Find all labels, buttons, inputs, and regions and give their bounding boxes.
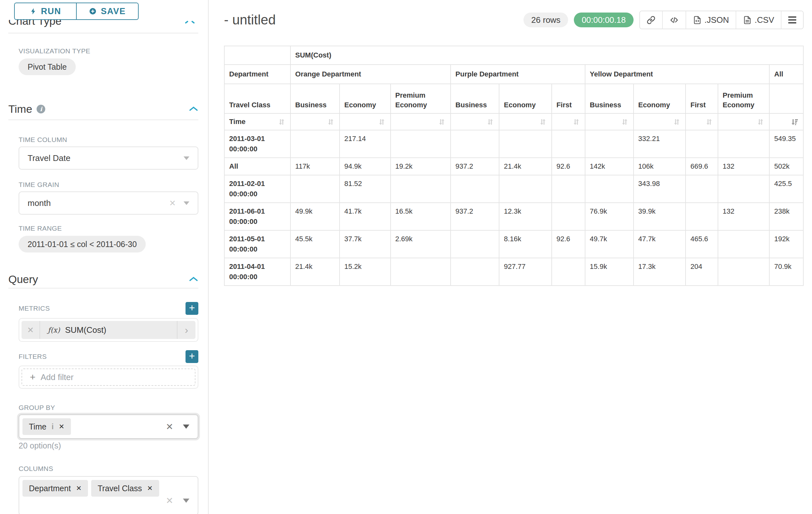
sort-button[interactable] xyxy=(756,118,764,126)
query-section-collapse-button[interactable] xyxy=(189,276,198,282)
pivot-value-cell xyxy=(390,175,451,203)
columns-tag[interactable]: Travel Class✕ xyxy=(91,480,159,497)
clear-icon[interactable]: ✕ xyxy=(169,198,176,208)
info-icon: i xyxy=(52,423,54,431)
chevron-down-icon[interactable] xyxy=(183,201,190,205)
sort-button[interactable] xyxy=(673,118,681,126)
sort-icon xyxy=(539,118,547,126)
pivot-value-cell: 192k xyxy=(769,230,803,258)
export-json-button[interactable]: .JSON xyxy=(686,11,736,29)
sort-button[interactable] xyxy=(539,118,547,126)
sort-button[interactable] xyxy=(278,118,286,126)
department-group-header: All xyxy=(769,64,803,84)
lightning-bolt-icon xyxy=(30,7,37,16)
pivot-value-cell xyxy=(499,175,552,203)
time-grain-select[interactable]: month ✕ xyxy=(19,191,198,215)
columns-select[interactable]: Department✕Travel Class✕ ✕ xyxy=(19,476,198,514)
group-by-tag-label: Time xyxy=(29,422,47,431)
sort-icon xyxy=(327,118,335,126)
sort-button[interactable] xyxy=(486,118,494,126)
pivot-value-cell: 142k xyxy=(585,158,634,175)
share-link-button[interactable] xyxy=(640,11,662,29)
pivot-value-cell: 502k xyxy=(769,158,803,175)
pivot-value-cell: 425.5 xyxy=(769,175,803,203)
group-by-select[interactable]: Timei✕ ✕ xyxy=(19,414,198,439)
chevron-down-icon[interactable] xyxy=(183,425,190,429)
sort-button[interactable] xyxy=(790,118,799,126)
time-dimension-header: Time xyxy=(224,113,290,130)
pivot-value-cell: 92.6 xyxy=(552,230,585,258)
sort-icon xyxy=(278,118,286,126)
add-filter-plus-button[interactable]: + xyxy=(185,350,198,363)
chevron-right-icon[interactable]: › xyxy=(177,321,196,339)
time-column-select[interactable]: Travel Date xyxy=(19,146,198,170)
table-row: All117k94.9k19.2k937.221.4k92.6142k106k6… xyxy=(224,158,803,175)
remove-tag-icon[interactable]: ✕ xyxy=(59,423,64,431)
save-button[interactable]: SAVE xyxy=(77,3,138,19)
pivot-value-cell xyxy=(585,175,634,203)
remove-tag-icon[interactable]: ✕ xyxy=(76,484,82,492)
travel-class-header: Economy xyxy=(499,84,552,113)
pivot-value-cell: 217.14 xyxy=(340,130,390,158)
chart-title[interactable]: - untitled xyxy=(224,12,276,28)
group-by-tag[interactable]: Timei✕ xyxy=(23,418,71,435)
time-range-pill[interactable]: 2011-01-01 ≤ col < 2011-06-30 xyxy=(19,236,146,252)
department-group-header: Yellow Department xyxy=(585,64,770,84)
pivot-value-cell xyxy=(552,258,585,286)
pivot-corner-cell xyxy=(224,46,290,64)
pivot-value-cell xyxy=(718,130,770,158)
section-divider xyxy=(8,119,198,120)
sort-button[interactable] xyxy=(327,118,335,126)
sort-descending-icon xyxy=(790,118,799,126)
chevron-down-icon[interactable] xyxy=(183,498,190,503)
sort-header-cell xyxy=(390,113,451,130)
pivot-value-cell xyxy=(585,130,634,158)
chevron-down-icon[interactable] xyxy=(183,157,190,160)
json-file-icon xyxy=(693,16,702,24)
remove-tag-icon[interactable]: ✕ xyxy=(147,484,153,492)
sort-header-cell xyxy=(499,113,552,130)
columns-tag[interactable]: Department✕ xyxy=(23,480,88,497)
section-divider xyxy=(8,33,198,33)
department-group-header: Purple Department xyxy=(451,64,585,84)
table-row: 2011-04-01 00:00:0021.4k15.2k927.7715.9k… xyxy=(224,258,803,286)
time-column-label: TIME COLUMN xyxy=(19,136,208,144)
add-metric-button[interactable]: + xyxy=(185,302,198,315)
time-grain-label: TIME GRAIN xyxy=(19,181,208,189)
run-button[interactable]: RUN xyxy=(15,3,77,19)
sort-button[interactable] xyxy=(378,118,386,126)
visualization-type-pill[interactable]: Pivot Table xyxy=(19,58,76,75)
sort-button[interactable] xyxy=(621,118,629,126)
sort-button[interactable] xyxy=(705,118,713,126)
pivot-value-cell: 16.5k xyxy=(390,203,451,230)
control-panel-scroll[interactable]: Chart Type VISUALIZATION TYPE Pivot Tabl… xyxy=(0,0,208,514)
columns-tag-label: Travel Class xyxy=(97,484,142,493)
time-section-title: Time xyxy=(8,102,32,116)
sort-icon xyxy=(621,118,629,126)
code-icon xyxy=(669,16,679,25)
pivot-value-cell: 132 xyxy=(718,158,770,175)
travel-class-header: Business xyxy=(290,84,340,113)
query-section-header: Query xyxy=(8,272,198,286)
menu-button[interactable] xyxy=(781,11,803,29)
travel-class-header: Premium Economy xyxy=(390,84,451,113)
metric-pill[interactable]: ✕ ƒ(x) SUM(Cost) › xyxy=(22,321,196,339)
pivot-value-cell: 47.7k xyxy=(634,230,686,258)
section-divider xyxy=(8,288,198,289)
remove-metric-icon[interactable]: ✕ xyxy=(22,321,40,339)
add-filter-button[interactable]: + Add filter xyxy=(22,369,196,386)
department-dimension-header: Department xyxy=(224,64,290,84)
clear-icon[interactable]: ✕ xyxy=(166,422,173,432)
pivot-value-cell xyxy=(290,175,340,203)
time-section-collapse-button[interactable] xyxy=(189,106,198,112)
pivot-value-cell xyxy=(451,130,499,158)
travel-class-header: Economy xyxy=(634,84,686,113)
sort-button[interactable] xyxy=(438,118,446,126)
pivot-value-cell xyxy=(451,258,499,286)
clear-icon[interactable]: ✕ xyxy=(166,495,173,506)
sort-button[interactable] xyxy=(572,118,580,126)
pivot-value-cell xyxy=(290,130,340,158)
measure-header: SUM(Cost) xyxy=(290,46,803,64)
view-query-button[interactable] xyxy=(662,11,686,29)
export-csv-button[interactable]: .CSV xyxy=(735,11,781,29)
